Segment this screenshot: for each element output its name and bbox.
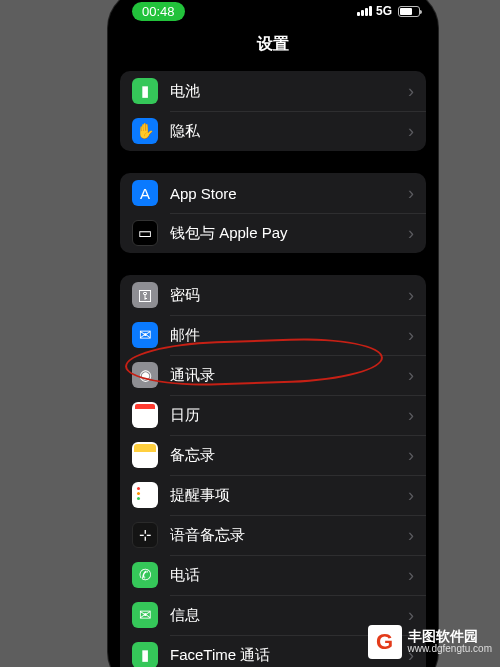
settings-row-notes[interactable]: 备忘录› — [120, 435, 426, 475]
settings-group: AApp Store›▭钱包与 Apple Pay› — [120, 173, 426, 253]
calendar-icon — [132, 402, 158, 428]
row-label: 提醒事项 — [170, 486, 408, 505]
settings-row-battery[interactable]: ▮电池› — [120, 71, 426, 111]
row-label: 通讯录 — [170, 366, 408, 385]
wallet-icon: ▭ — [132, 220, 158, 246]
chevron-right-icon: › — [408, 325, 414, 346]
contacts-icon: ◉ — [132, 362, 158, 388]
watermark-title: 丰图软件园 — [408, 629, 493, 644]
settings-row-privacy[interactable]: ✋隐私› — [120, 111, 426, 151]
row-label: 邮件 — [170, 326, 408, 345]
status-bar: 00:48 5G — [108, 0, 438, 28]
chevron-right-icon: › — [408, 365, 414, 386]
battery-icon: ▮ — [132, 78, 158, 104]
mail-icon: ✉ — [132, 322, 158, 348]
chevron-right-icon: › — [408, 121, 414, 142]
chevron-right-icon: › — [408, 485, 414, 506]
row-label: App Store — [170, 185, 408, 202]
chevron-right-icon: › — [408, 445, 414, 466]
page-title: 设置 — [108, 28, 438, 69]
settings-row-mail[interactable]: ✉邮件› — [120, 315, 426, 355]
settings-row-wallet[interactable]: ▭钱包与 Apple Pay› — [120, 213, 426, 253]
row-label: 电池 — [170, 82, 408, 101]
row-label: 电话 — [170, 566, 408, 585]
network-label: 5G — [376, 4, 392, 18]
chevron-right-icon: › — [408, 183, 414, 204]
status-right: 5G — [357, 4, 420, 18]
chevron-right-icon: › — [408, 405, 414, 426]
messages-icon: ✉ — [132, 602, 158, 628]
row-label: 备忘录 — [170, 446, 408, 465]
row-label: 密码 — [170, 286, 408, 305]
chevron-right-icon: › — [408, 223, 414, 244]
watermark: G 丰图软件园 www.dgfengtu.com — [366, 623, 495, 661]
phone-icon: ✆ — [132, 562, 158, 588]
hand-icon: ✋ — [132, 118, 158, 144]
row-label: 隐私 — [170, 122, 408, 141]
battery-icon — [398, 6, 420, 17]
reminders-icon — [132, 482, 158, 508]
signal-bars-icon — [357, 6, 372, 16]
settings-row-appstore[interactable]: AApp Store› — [120, 173, 426, 213]
facetime-icon: ▮ — [132, 642, 158, 667]
settings-row-calendar[interactable]: 日历› — [120, 395, 426, 435]
watermark-logo: G — [368, 625, 402, 659]
waveform-icon: ⊹ — [132, 522, 158, 548]
settings-group: ⚿密码›✉邮件›◉通讯录›日历›备忘录›提醒事项›⊹语音备忘录›✆电话›✉信息›… — [120, 275, 426, 667]
watermark-url: www.dgfengtu.com — [408, 644, 493, 655]
settings-row-phone[interactable]: ✆电话› — [120, 555, 426, 595]
status-time[interactable]: 00:48 — [132, 2, 185, 21]
row-label: 钱包与 Apple Pay — [170, 224, 408, 243]
notch — [203, 0, 343, 14]
settings-list[interactable]: ▮电池›✋隐私›AApp Store›▭钱包与 Apple Pay›⚿密码›✉邮… — [108, 69, 438, 667]
chevron-right-icon: › — [408, 525, 414, 546]
settings-row-voicememo[interactable]: ⊹语音备忘录› — [120, 515, 426, 555]
settings-group: ▮电池›✋隐私› — [120, 71, 426, 151]
chevron-right-icon: › — [408, 565, 414, 586]
chevron-right-icon: › — [408, 285, 414, 306]
notes-icon — [132, 442, 158, 468]
phone-frame: 00:48 5G 设置 ▮电池›✋隐私›AApp Store›▭钱包与 Appl… — [108, 0, 438, 667]
appstore-icon: A — [132, 180, 158, 206]
settings-row-reminders[interactable]: 提醒事项› — [120, 475, 426, 515]
settings-row-passwords[interactable]: ⚿密码› — [120, 275, 426, 315]
key-icon: ⚿ — [132, 282, 158, 308]
chevron-right-icon: › — [408, 81, 414, 102]
row-label: 日历 — [170, 406, 408, 425]
row-label: 语音备忘录 — [170, 526, 408, 545]
settings-row-contacts[interactable]: ◉通讯录› — [120, 355, 426, 395]
row-label: 信息 — [170, 606, 408, 625]
